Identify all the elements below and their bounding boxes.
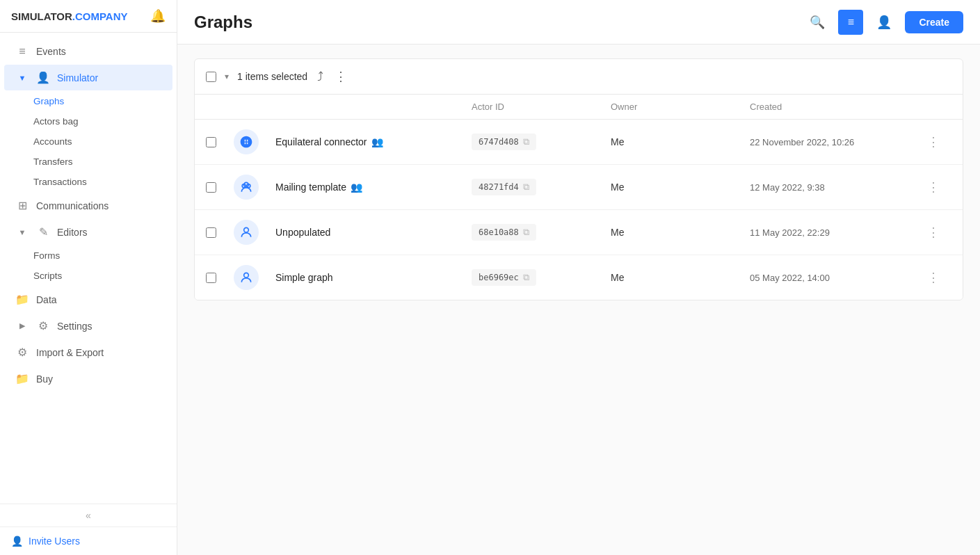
main-content: Graphs 🔍 ≡ 👤 Create ▾ 1 items selected ⤴… xyxy=(177,0,980,555)
sidebar-item-editors[interactable]: ▼ ✎ Editors xyxy=(4,219,172,245)
sidebar-nav: ≡ Events ▼ 👤 Simulator Graphs Actors bag… xyxy=(0,33,177,504)
sidebar-item-import-export[interactable]: ⚙ Import & Export xyxy=(4,339,172,365)
sidebar-item-simulator[interactable]: ▼ 👤 Simulator xyxy=(4,65,172,90)
events-icon: ≡ xyxy=(15,45,29,58)
row-more-button-2[interactable]: ⋮ xyxy=(924,177,943,197)
page-title: Graphs xyxy=(194,13,796,32)
row-name-2: Mailing template 👥 xyxy=(275,182,472,193)
actor-icon-2 xyxy=(234,175,259,200)
invite-users-button[interactable]: 👤 Invite Users xyxy=(0,526,177,555)
sidebar-item-communications[interactable]: ⊞ Communications xyxy=(4,193,172,218)
row-checkbox-3[interactable] xyxy=(206,227,216,238)
copy-icon-2[interactable]: ⧉ xyxy=(523,182,529,193)
collapse-icon: « xyxy=(86,510,91,521)
share-icon[interactable]: ⤴ xyxy=(316,68,325,86)
row-name-4: Simple graph xyxy=(275,272,472,283)
sidebar-item-events[interactable]: ≡ Events xyxy=(4,39,172,64)
graphs-table: ▾ 1 items selected ⤴ ⋮ Actor ID Owner Cr… xyxy=(194,58,963,300)
actor-id-4: be6969ec ⧉ xyxy=(472,269,611,286)
menu-icon: ≡ xyxy=(848,16,854,29)
owner-4: Me xyxy=(611,272,750,283)
select-all-checkbox[interactable] xyxy=(206,72,216,82)
table-row: Simple graph be6969ec ⧉ Me 05 May 2022, … xyxy=(195,255,963,300)
actor-id-2: 48271fd4 ⧉ xyxy=(472,179,611,195)
data-icon: 📁 xyxy=(15,293,29,306)
sidebar-item-transactions[interactable]: Transactions xyxy=(33,172,177,192)
copy-icon-3[interactable]: ⧉ xyxy=(523,227,529,238)
svg-point-6 xyxy=(244,273,249,278)
settings-icon: ⚙ xyxy=(36,319,50,332)
chevron-right-icon-settings: ▶ xyxy=(15,321,29,330)
user-icon: 👤 xyxy=(876,15,892,30)
actor-id-3: 68e10a88 ⧉ xyxy=(472,224,611,241)
svg-point-0 xyxy=(243,137,245,139)
row-name-1: Equilateral connector 👥 xyxy=(275,136,472,147)
svg-point-5 xyxy=(244,227,249,232)
row-more-button-4[interactable]: ⋮ xyxy=(924,268,943,287)
more-options-icon[interactable]: ⋮ xyxy=(333,67,348,86)
row-checkbox-4[interactable] xyxy=(206,273,216,283)
col-header-created: Created xyxy=(750,102,924,112)
actor-icon-3 xyxy=(234,220,259,245)
row-checkbox-2[interactable] xyxy=(206,182,216,193)
actor-icon-1 xyxy=(234,129,259,154)
owner-1: Me xyxy=(611,136,750,147)
row-checkbox-1[interactable] xyxy=(206,137,216,147)
row-more-button-3[interactable]: ⋮ xyxy=(924,223,943,242)
col-header-owner: Owner xyxy=(611,102,750,112)
brand-logo: SIMULATOR.COMPANY xyxy=(11,10,128,22)
actor-id-1: 6747d408 ⧉ xyxy=(472,134,611,150)
owner-3: Me xyxy=(611,227,750,238)
chevron-down-icon: ▼ xyxy=(15,74,29,82)
sidebar-item-accounts[interactable]: Accounts xyxy=(33,131,177,152)
row-more-button-1[interactable]: ⋮ xyxy=(924,132,943,152)
copy-icon-1[interactable]: ⧉ xyxy=(523,136,529,147)
copy-icon-4[interactable]: ⧉ xyxy=(523,272,529,283)
created-4: 05 May 2022, 14:00 xyxy=(750,273,924,283)
invite-users-icon: 👤 xyxy=(11,536,23,547)
simulator-subnav: Graphs Actors bag Accounts Transfers Tra… xyxy=(0,91,177,192)
simulator-icon: 👤 xyxy=(36,71,50,84)
topbar: Graphs 🔍 ≡ 👤 Create xyxy=(177,0,980,45)
sidebar-item-data[interactable]: 📁 Data xyxy=(4,287,172,312)
selected-count-label: 1 items selected xyxy=(237,71,307,82)
sidebar-item-settings[interactable]: ▶ ⚙ Settings xyxy=(4,313,172,339)
shared-icon-2: 👥 xyxy=(351,182,362,193)
created-3: 11 May 2022, 22:29 xyxy=(750,227,924,238)
chevron-down-icon-editors: ▼ xyxy=(15,228,29,236)
sidebar-item-scripts[interactable]: Scripts xyxy=(33,266,177,286)
notification-bell-icon[interactable]: 🔔 xyxy=(150,8,166,24)
svg-point-1 xyxy=(248,137,250,139)
actor-icon-4 xyxy=(234,265,259,290)
import-export-icon: ⚙ xyxy=(15,346,29,359)
table-row: Mailing template 👥 48271fd4 ⧉ Me 12 May … xyxy=(195,165,963,210)
editors-subnav: Forms Scripts xyxy=(0,246,177,286)
search-icon: 🔍 xyxy=(810,15,825,30)
created-2: 12 May 2022, 9:38 xyxy=(750,182,924,193)
editors-icon: ✎ xyxy=(36,225,50,239)
owner-2: Me xyxy=(611,182,750,193)
sidebar-item-actors-bag[interactable]: Actors bag xyxy=(33,111,177,131)
sidebar-item-buy[interactable]: 📁 Buy xyxy=(4,366,172,392)
menu-button[interactable]: ≡ xyxy=(838,10,863,35)
filter-dropdown-icon[interactable]: ▾ xyxy=(225,72,229,81)
sidebar-item-graphs[interactable]: Graphs xyxy=(33,91,177,111)
content-area: ▾ 1 items selected ⤴ ⋮ Actor ID Owner Cr… xyxy=(177,45,980,555)
sidebar-item-forms[interactable]: Forms xyxy=(33,246,177,266)
col-header-actor-id: Actor ID xyxy=(472,102,611,112)
sidebar-collapse-button[interactable]: « xyxy=(0,504,177,526)
communications-icon: ⊞ xyxy=(15,199,29,212)
table-row: Equilateral connector 👥 6747d408 ⧉ Me 22… xyxy=(195,120,963,165)
table-toolbar: ▾ 1 items selected ⤴ ⋮ xyxy=(195,59,963,95)
shared-icon-1: 👥 xyxy=(371,136,383,147)
table-row: Unpopulated 68e10a88 ⧉ Me 11 May 2022, 2… xyxy=(195,210,963,255)
search-button[interactable]: 🔍 xyxy=(805,10,830,35)
user-profile-button[interactable]: 👤 xyxy=(871,10,897,35)
sidebar: SIMULATOR.COMPANY 🔔 ≡ Events ▼ 👤 Simulat… xyxy=(0,0,177,555)
created-1: 22 November 2022, 10:26 xyxy=(750,137,924,147)
table-header: Actor ID Owner Created xyxy=(195,95,963,120)
create-button[interactable]: Create xyxy=(905,11,963,33)
buy-icon: 📁 xyxy=(15,372,29,385)
sidebar-item-transfers[interactable]: Transfers xyxy=(33,152,177,172)
row-name-3: Unpopulated xyxy=(275,227,472,238)
